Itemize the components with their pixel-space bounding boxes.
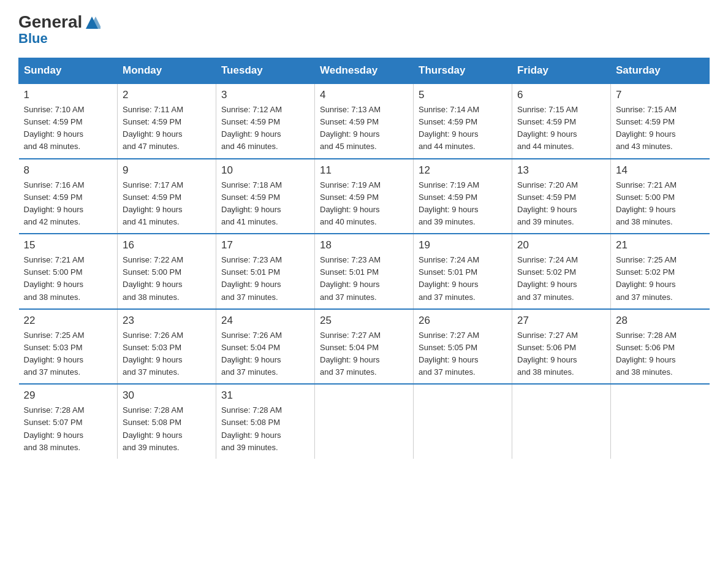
day-number: 26	[419, 315, 507, 327]
day-number: 30	[123, 389, 211, 402]
calendar-cell: 14 Sunrise: 7:21 AMSunset: 5:00 PMDaylig…	[611, 159, 710, 234]
calendar-cell: 1 Sunrise: 7:10 AMSunset: 4:59 PMDayligh…	[19, 83, 118, 159]
day-number: 2	[123, 89, 211, 101]
day-info: Sunrise: 7:12 AMSunset: 4:59 PMDaylight:…	[221, 104, 309, 153]
calendar-cell: 10 Sunrise: 7:18 AMSunset: 4:59 PMDaylig…	[216, 159, 315, 234]
day-info: Sunrise: 7:27 AMSunset: 5:06 PMDaylight:…	[517, 329, 605, 379]
calendar-cell: 3 Sunrise: 7:12 AMSunset: 4:59 PMDayligh…	[216, 83, 315, 159]
day-info: Sunrise: 7:28 AMSunset: 5:07 PMDaylight:…	[24, 404, 113, 454]
calendar-cell: 12 Sunrise: 7:19 AMSunset: 4:59 PMDaylig…	[414, 159, 512, 234]
day-number: 28	[616, 315, 705, 327]
calendar-cell: 4 Sunrise: 7:13 AMSunset: 4:59 PMDayligh…	[315, 83, 414, 159]
day-number: 7	[616, 89, 705, 101]
header-saturday: Saturday	[611, 58, 710, 84]
header-friday: Friday	[512, 58, 611, 84]
day-number: 20	[517, 239, 605, 251]
day-number: 21	[616, 239, 705, 251]
logo-area: General Blue	[18, 12, 102, 47]
calendar-cell: 15 Sunrise: 7:21 AMSunset: 5:00 PMDaylig…	[19, 234, 118, 309]
calendar-cell: 22 Sunrise: 7:25 AMSunset: 5:03 PMDaylig…	[19, 309, 118, 385]
day-info: Sunrise: 7:28 AMSunset: 5:08 PMDaylight:…	[221, 404, 309, 454]
page-header: General Blue	[18, 12, 710, 47]
calendar-cell	[611, 384, 710, 459]
day-info: Sunrise: 7:21 AMSunset: 5:00 PMDaylight:…	[24, 254, 113, 304]
calendar-cell	[414, 384, 512, 459]
day-info: Sunrise: 7:19 AMSunset: 4:59 PMDaylight:…	[320, 179, 408, 229]
day-number: 31	[221, 389, 309, 402]
day-number: 23	[123, 315, 211, 327]
header-monday: Monday	[118, 58, 216, 84]
header-row: SundayMondayTuesdayWednesdayThursdayFrid…	[19, 58, 710, 84]
day-info: Sunrise: 7:20 AMSunset: 4:59 PMDaylight:…	[517, 179, 605, 229]
calendar-cell: 8 Sunrise: 7:16 AMSunset: 4:59 PMDayligh…	[19, 159, 118, 234]
day-number: 13	[517, 164, 605, 177]
day-number: 8	[24, 164, 113, 177]
day-info: Sunrise: 7:21 AMSunset: 5:00 PMDaylight:…	[616, 179, 705, 229]
calendar-cell: 11 Sunrise: 7:19 AMSunset: 4:59 PMDaylig…	[315, 159, 414, 234]
day-info: Sunrise: 7:24 AMSunset: 5:01 PMDaylight:…	[419, 254, 507, 304]
day-info: Sunrise: 7:25 AMSunset: 5:02 PMDaylight:…	[616, 254, 705, 304]
day-info: Sunrise: 7:27 AMSunset: 5:05 PMDaylight:…	[419, 329, 507, 379]
day-info: Sunrise: 7:25 AMSunset: 5:03 PMDaylight:…	[24, 329, 113, 379]
day-number: 15	[24, 239, 113, 251]
day-number: 1	[24, 89, 113, 101]
day-number: 17	[221, 239, 309, 251]
calendar-cell: 30 Sunrise: 7:28 AMSunset: 5:08 PMDaylig…	[118, 384, 216, 459]
calendar-cell: 27 Sunrise: 7:27 AMSunset: 5:06 PMDaylig…	[512, 309, 611, 385]
day-info: Sunrise: 7:23 AMSunset: 5:01 PMDaylight:…	[320, 254, 408, 304]
calendar-cell: 17 Sunrise: 7:23 AMSunset: 5:01 PMDaylig…	[216, 234, 315, 309]
logo-triangle-icon	[83, 15, 100, 29]
logo-general-text: General	[18, 12, 82, 32]
calendar-cell: 31 Sunrise: 7:28 AMSunset: 5:08 PMDaylig…	[216, 384, 315, 459]
day-number: 11	[320, 164, 408, 177]
day-info: Sunrise: 7:23 AMSunset: 5:01 PMDaylight:…	[221, 254, 309, 304]
day-info: Sunrise: 7:27 AMSunset: 5:04 PMDaylight:…	[320, 329, 408, 379]
day-info: Sunrise: 7:14 AMSunset: 4:59 PMDaylight:…	[419, 104, 507, 153]
day-number: 3	[221, 89, 309, 101]
calendar-cell: 16 Sunrise: 7:22 AMSunset: 5:00 PMDaylig…	[118, 234, 216, 309]
calendar-cell	[315, 384, 414, 459]
day-number: 22	[24, 315, 113, 327]
calendar-cell: 29 Sunrise: 7:28 AMSunset: 5:07 PMDaylig…	[19, 384, 118, 459]
day-number: 4	[320, 89, 408, 101]
calendar-body: 1 Sunrise: 7:10 AMSunset: 4:59 PMDayligh…	[19, 83, 710, 459]
day-info: Sunrise: 7:26 AMSunset: 5:04 PMDaylight:…	[221, 329, 309, 379]
calendar-cell: 21 Sunrise: 7:25 AMSunset: 5:02 PMDaylig…	[611, 234, 710, 309]
day-number: 16	[123, 239, 211, 251]
calendar-cell: 2 Sunrise: 7:11 AMSunset: 4:59 PMDayligh…	[118, 83, 216, 159]
calendar-cell: 13 Sunrise: 7:20 AMSunset: 4:59 PMDaylig…	[512, 159, 611, 234]
week-row-1: 1 Sunrise: 7:10 AMSunset: 4:59 PMDayligh…	[19, 83, 710, 159]
day-info: Sunrise: 7:28 AMSunset: 5:08 PMDaylight:…	[123, 404, 211, 454]
day-info: Sunrise: 7:28 AMSunset: 5:06 PMDaylight:…	[616, 329, 705, 379]
calendar-cell: 9 Sunrise: 7:17 AMSunset: 4:59 PMDayligh…	[118, 159, 216, 234]
day-number: 29	[24, 389, 113, 402]
calendar-cell: 26 Sunrise: 7:27 AMSunset: 5:05 PMDaylig…	[414, 309, 512, 385]
day-number: 9	[123, 164, 211, 177]
day-info: Sunrise: 7:24 AMSunset: 5:02 PMDaylight:…	[517, 254, 605, 304]
header-sunday: Sunday	[19, 58, 118, 84]
day-number: 19	[419, 239, 507, 251]
day-info: Sunrise: 7:17 AMSunset: 4:59 PMDaylight:…	[123, 179, 211, 229]
day-info: Sunrise: 7:10 AMSunset: 4:59 PMDaylight:…	[24, 104, 113, 153]
logo-blue-text: Blue	[18, 31, 48, 47]
day-number: 12	[419, 164, 507, 177]
day-info: Sunrise: 7:16 AMSunset: 4:59 PMDaylight:…	[24, 179, 113, 229]
week-row-3: 15 Sunrise: 7:21 AMSunset: 5:00 PMDaylig…	[19, 234, 710, 309]
calendar-cell: 20 Sunrise: 7:24 AMSunset: 5:02 PMDaylig…	[512, 234, 611, 309]
day-number: 18	[320, 239, 408, 251]
day-number: 5	[419, 89, 507, 101]
day-number: 24	[221, 315, 309, 327]
day-info: Sunrise: 7:15 AMSunset: 4:59 PMDaylight:…	[616, 104, 705, 153]
day-number: 14	[616, 164, 705, 177]
header-wednesday: Wednesday	[315, 58, 414, 84]
week-row-5: 29 Sunrise: 7:28 AMSunset: 5:07 PMDaylig…	[19, 384, 710, 459]
calendar-cell: 28 Sunrise: 7:28 AMSunset: 5:06 PMDaylig…	[611, 309, 710, 385]
day-info: Sunrise: 7:11 AMSunset: 4:59 PMDaylight:…	[123, 104, 211, 153]
calendar-cell: 24 Sunrise: 7:26 AMSunset: 5:04 PMDaylig…	[216, 309, 315, 385]
day-number: 6	[517, 89, 605, 101]
header-thursday: Thursday	[414, 58, 512, 84]
calendar-cell: 7 Sunrise: 7:15 AMSunset: 4:59 PMDayligh…	[611, 83, 710, 159]
day-number: 27	[517, 315, 605, 327]
calendar-cell: 6 Sunrise: 7:15 AMSunset: 4:59 PMDayligh…	[512, 83, 611, 159]
day-info: Sunrise: 7:15 AMSunset: 4:59 PMDaylight:…	[517, 104, 605, 153]
